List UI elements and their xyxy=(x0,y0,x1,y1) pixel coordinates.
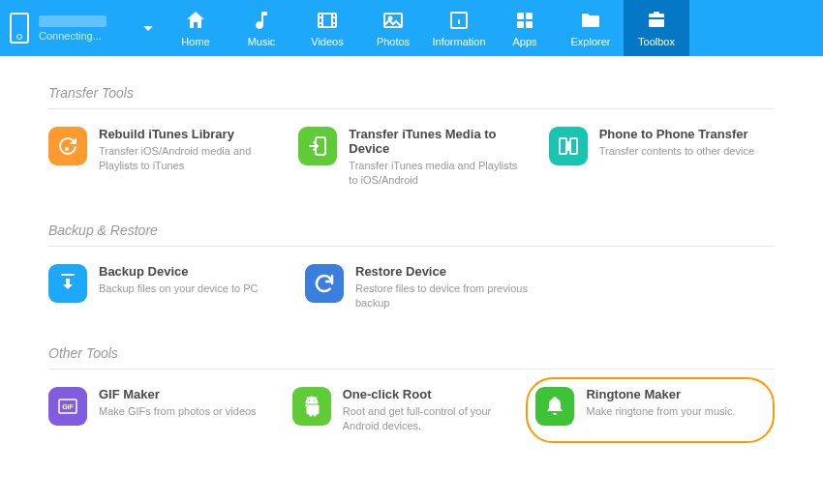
divider xyxy=(48,108,775,109)
tool-desc: Make GIFs from photos or videos xyxy=(99,404,268,419)
nav-label: Photos xyxy=(377,36,410,47)
svg-point-8 xyxy=(65,147,69,151)
nav-music[interactable]: Music xyxy=(229,0,294,56)
info-icon xyxy=(447,9,471,32)
device-text: Connecting... xyxy=(39,15,137,42)
svg-point-15 xyxy=(313,400,315,401)
nav-information[interactable]: Information xyxy=(426,0,492,56)
tool-text: Rebuild iTunes Library Transfer iOS/Andr… xyxy=(99,127,274,189)
tool-text: Backup Device Backup files on your devic… xyxy=(99,264,281,311)
phone-icon xyxy=(10,13,29,44)
tool-restore-device[interactable]: Restore Device Restore files to device f… xyxy=(305,264,537,311)
tool-transfer-itunes-to-device[interactable]: Transfer iTunes Media to Device Transfer… xyxy=(298,127,524,189)
svg-rect-11 xyxy=(570,138,577,154)
tool-backup-device[interactable]: Backup Device Backup files on your devic… xyxy=(48,264,281,311)
device-status: Connecting... xyxy=(39,30,137,42)
folder-icon xyxy=(579,9,602,32)
svg-rect-0 xyxy=(319,14,336,27)
nav-home[interactable]: Home xyxy=(163,0,229,56)
nav-label: Explorer xyxy=(571,36,611,47)
tool-title: Phone to Phone Transfer xyxy=(599,127,775,141)
nav-explorer[interactable]: Explorer xyxy=(558,0,624,56)
photo-icon xyxy=(381,9,405,32)
divider xyxy=(48,246,775,247)
tool-desc: Root and get full-control of your Androi… xyxy=(343,404,512,434)
backup-row: Backup Device Backup files on your devic… xyxy=(48,264,775,311)
section-title-transfer: Transfer Tools xyxy=(48,85,775,101)
tool-title: Transfer iTunes Media to Device xyxy=(349,127,524,156)
svg-rect-7 xyxy=(526,21,533,28)
nav-label: Apps xyxy=(512,36,536,47)
transfer-row: Rebuild iTunes Library Transfer iOS/Andr… xyxy=(48,127,775,189)
tool-rebuild-itunes[interactable]: Rebuild iTunes Library Transfer iOS/Andr… xyxy=(48,127,274,189)
nav-label: Toolbox xyxy=(638,36,675,47)
nav-label: Videos xyxy=(311,36,343,47)
tool-title: GIF Maker xyxy=(99,387,268,401)
android-icon xyxy=(292,387,331,426)
tool-ringtone-maker[interactable]: Ringtone Maker Make ringtone from your m… xyxy=(526,377,775,444)
nav-photos[interactable]: Photos xyxy=(360,0,426,56)
music-icon xyxy=(250,9,273,32)
tool-text: GIF Maker Make GIFs from photos or video… xyxy=(99,387,268,434)
rebuild-itunes-icon xyxy=(48,127,87,165)
chevron-down-icon xyxy=(143,26,153,31)
nav-label: Music xyxy=(248,36,276,47)
svg-point-14 xyxy=(308,400,310,401)
nav-toolbox[interactable]: Toolbox xyxy=(624,0,689,56)
other-row: GIF GIF Maker Make GIFs from photos or v… xyxy=(48,387,775,434)
nav-videos[interactable]: Videos xyxy=(294,0,360,56)
divider xyxy=(48,369,775,370)
backup-icon xyxy=(48,264,87,303)
tool-title: Restore Device xyxy=(355,264,537,279)
tool-text: Phone to Phone Transfer Transfer content… xyxy=(599,127,775,189)
apps-icon xyxy=(513,9,536,32)
tool-desc: Make ringtone from your music. xyxy=(586,404,759,419)
svg-rect-5 xyxy=(526,13,533,19)
svg-rect-10 xyxy=(560,138,566,154)
ringtone-icon xyxy=(535,387,574,426)
transfer-to-device-icon xyxy=(298,127,337,165)
tool-text: One-click Root Root and get full-control… xyxy=(343,387,512,434)
section-title-backup: Backup & Restore xyxy=(48,222,775,238)
tool-desc: Transfer contents to other device xyxy=(599,144,775,159)
gif-icon: GIF xyxy=(48,387,87,426)
svg-text:GIF: GIF xyxy=(62,403,74,410)
nav-apps[interactable]: Apps xyxy=(492,0,558,56)
tool-text: Ringtone Maker Make ringtone from your m… xyxy=(586,387,759,434)
nav: Home Music Videos Photos Information App… xyxy=(163,0,823,56)
tool-text: Restore Device Restore files to device f… xyxy=(355,264,537,311)
tool-desc: Transfer iOS/Android media and Playlists… xyxy=(99,144,274,174)
tool-title: Backup Device xyxy=(99,264,281,279)
tool-desc: Transfer iTunes media and Playlists to i… xyxy=(349,159,524,189)
tool-gif-maker[interactable]: GIF GIF Maker Make GIFs from photos or v… xyxy=(48,387,268,434)
nav-label: Home xyxy=(181,36,209,47)
restore-icon xyxy=(305,264,344,303)
svg-rect-4 xyxy=(517,13,524,19)
nav-label: Information xyxy=(432,36,485,47)
tool-text: Transfer iTunes Media to Device Transfer… xyxy=(349,127,524,189)
svg-rect-6 xyxy=(517,21,524,28)
device-selector[interactable]: Connecting... xyxy=(0,0,163,56)
video-icon xyxy=(316,9,339,32)
tool-desc: Backup files on your device to PC xyxy=(99,282,281,296)
tool-title: One-click Root xyxy=(343,387,512,401)
home-icon xyxy=(184,9,207,32)
topbar: Connecting... Home Music Videos Photos I… xyxy=(0,0,823,56)
tool-phone-to-phone[interactable]: Phone to Phone Transfer Transfer content… xyxy=(549,127,775,189)
tool-one-click-root[interactable]: One-click Root Root and get full-control… xyxy=(292,387,512,434)
tool-desc: Restore files to device from previous ba… xyxy=(355,282,537,311)
toolbox-icon xyxy=(645,9,668,32)
device-name-placeholder xyxy=(39,15,107,27)
phone-to-phone-icon xyxy=(549,127,588,165)
tool-title: Ringtone Maker xyxy=(586,387,759,401)
content: Transfer Tools Rebuild iTunes Library Tr… xyxy=(0,56,823,496)
tool-title: Rebuild iTunes Library xyxy=(99,127,274,141)
section-title-other: Other Tools xyxy=(48,345,775,361)
